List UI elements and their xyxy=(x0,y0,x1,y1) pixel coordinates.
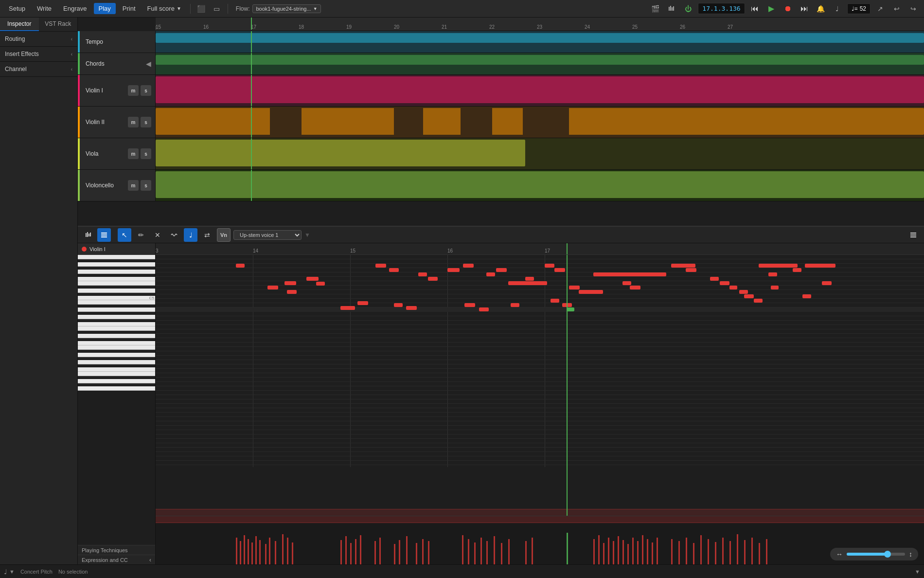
menu-write[interactable]: Write xyxy=(32,3,56,14)
note-10[interactable] xyxy=(389,268,399,272)
cello-mute-btn[interactable]: m xyxy=(128,180,139,191)
hub-icon[interactable]: 🎬 xyxy=(648,2,662,16)
export-icon[interactable]: ↗ xyxy=(873,2,887,16)
note-40[interactable] xyxy=(744,294,754,298)
key-a3[interactable] xyxy=(78,353,155,357)
violin2-solo-btn[interactable]: s xyxy=(141,117,151,127)
note-11[interactable] xyxy=(394,303,403,307)
note-1[interactable] xyxy=(236,264,245,268)
tempo-track-content[interactable] xyxy=(156,31,924,53)
insert-effects-header[interactable]: Insert Effects ‹ xyxy=(0,47,77,61)
note-24[interactable] xyxy=(545,264,554,268)
note-23[interactable] xyxy=(525,277,534,281)
note-3[interactable] xyxy=(287,290,297,294)
note-5[interactable] xyxy=(306,277,319,281)
note-30[interactable] xyxy=(593,272,666,276)
transport-record[interactable]: ⏺ xyxy=(781,2,795,16)
cello-track-content[interactable] xyxy=(156,170,924,201)
routing-header[interactable]: Routing ‹ xyxy=(0,32,77,46)
note-12[interactable] xyxy=(406,306,417,310)
key-g5[interactable] xyxy=(78,270,155,274)
voice-selector[interactable]: Up-stem voice 1 Down-stem voice 1 Up-ste… xyxy=(233,230,302,240)
note-19[interactable] xyxy=(486,272,495,276)
zoom-thumb[interactable] xyxy=(884,551,891,558)
chords-track-content[interactable] xyxy=(156,53,924,74)
key-a4[interactable] xyxy=(78,307,155,312)
scroll-indicator[interactable]: ▼ xyxy=(915,569,920,575)
note-47[interactable] xyxy=(802,294,811,298)
key-f3[interactable] xyxy=(78,367,155,372)
pr-select-tool[interactable]: ↖ xyxy=(118,228,131,242)
viola-track-content[interactable] xyxy=(156,138,924,169)
flow-dropdown[interactable]: book1-fugue24-string... ▼ xyxy=(252,4,320,13)
pr-flip-tool[interactable]: ⇄ xyxy=(200,228,214,242)
note-36[interactable] xyxy=(710,277,719,281)
note-45[interactable] xyxy=(793,268,801,272)
note-26[interactable] xyxy=(551,299,559,303)
note-38[interactable] xyxy=(729,286,737,289)
note-35[interactable] xyxy=(686,268,696,272)
key-f4[interactable] xyxy=(78,322,155,326)
note-29[interactable] xyxy=(579,290,603,294)
key-c3[interactable] xyxy=(78,386,155,391)
key-b5[interactable] xyxy=(78,255,155,259)
note-41[interactable] xyxy=(754,299,763,303)
note-9[interactable] xyxy=(375,264,386,268)
zoom-expand-icon[interactable]: ↔ xyxy=(836,550,843,558)
note-32[interactable] xyxy=(630,286,640,289)
note-2[interactable] xyxy=(267,286,278,289)
note-15[interactable] xyxy=(447,268,460,272)
violin1-mute-btn[interactable]: m xyxy=(128,85,139,96)
pr-mixer-icon[interactable] xyxy=(82,228,95,242)
violin1-track-content[interactable] xyxy=(156,75,924,106)
note-37[interactable] xyxy=(720,281,729,285)
menu-setup[interactable]: Setup xyxy=(4,3,30,14)
note-22[interactable] xyxy=(511,303,519,307)
layout-single-icon[interactable]: ⬛ xyxy=(195,2,208,16)
tab-vst-rack[interactable]: VST Rack xyxy=(39,18,78,31)
menu-engrave[interactable]: Engrave xyxy=(58,3,91,14)
menu-print[interactable]: Print xyxy=(118,3,141,14)
key-g3[interactable] xyxy=(78,360,155,364)
key-c4[interactable] xyxy=(78,341,155,345)
channel-header[interactable]: Channel ‹ xyxy=(0,62,77,76)
zoom-height-icon[interactable]: ↕ xyxy=(909,550,912,558)
note-25[interactable] xyxy=(554,268,565,272)
layout-double-icon[interactable]: ▭ xyxy=(210,2,224,16)
key-b3[interactable] xyxy=(78,345,155,350)
key-g4[interactable] xyxy=(78,315,155,319)
viola-mute-btn[interactable]: m xyxy=(128,148,139,159)
key-d3[interactable] xyxy=(78,379,155,383)
note-16[interactable] xyxy=(463,264,474,268)
note-20[interactable] xyxy=(496,268,507,272)
expression-cc-arrow[interactable]: ‹ xyxy=(149,557,151,563)
key-d4[interactable] xyxy=(78,334,155,338)
undo-icon[interactable]: ↩ xyxy=(890,2,904,16)
violin2-track-content[interactable] xyxy=(156,107,924,138)
tab-inspector[interactable]: Inspector xyxy=(0,18,39,31)
metronome-icon[interactable]: 🔔 xyxy=(814,2,828,16)
key-f5[interactable] xyxy=(78,277,155,281)
transport-play[interactable]: ▶ xyxy=(764,2,778,16)
pr-delete-tool[interactable]: ✕ xyxy=(151,228,164,242)
key-e4[interactable] xyxy=(78,326,155,331)
pr-grid[interactable] xyxy=(156,255,924,516)
note-33[interactable] xyxy=(567,307,574,311)
key-e5[interactable] xyxy=(78,281,155,286)
menu-fullscore[interactable]: Full score ▼ xyxy=(142,3,186,14)
note-28[interactable] xyxy=(569,286,580,289)
pr-note-tool[interactable]: ♩ xyxy=(184,228,197,242)
chords-collapse-arrow[interactable]: ◀ xyxy=(146,60,151,68)
note-48[interactable] xyxy=(822,281,832,285)
pr-voice-tool[interactable]: Vn xyxy=(217,228,231,242)
note-46[interactable] xyxy=(805,264,829,268)
transport-goto-start[interactable]: ⏮ xyxy=(748,2,762,16)
note-31[interactable] xyxy=(622,281,631,285)
note-icon[interactable]: ♩ xyxy=(831,2,844,16)
note-4[interactable] xyxy=(284,281,296,285)
viola-solo-btn[interactable]: s xyxy=(141,148,151,159)
violin1-solo-btn[interactable]: s xyxy=(141,85,151,96)
pr-list-icon[interactable] xyxy=(97,228,111,242)
key-c5[interactable]: C5 xyxy=(78,296,155,300)
key-e3[interactable] xyxy=(78,372,155,376)
